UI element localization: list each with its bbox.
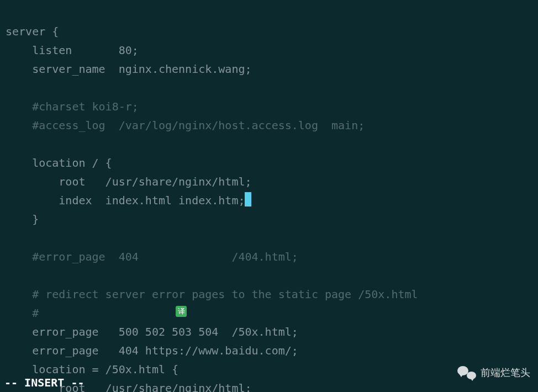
code-editor[interactable]: server { listen 80; server_name nginx.ch…: [0, 0, 538, 392]
code-line: server_name nginx.chennick.wang;: [6, 62, 252, 76]
code-line: root /usr/share/nginx/html;: [6, 175, 252, 188]
watermark-text: 前端烂笔头: [481, 363, 530, 382]
vim-mode-status: -- INSERT --: [4, 373, 85, 392]
code-line: error_page 500 502 503 504 /50x.html;: [6, 325, 298, 338]
code-comment: # redirect server error pages to the sta…: [6, 288, 418, 301]
code-line: location / {: [6, 156, 112, 169]
code-line: listen 80;: [6, 44, 139, 57]
code-line: }: [6, 213, 39, 226]
code-line: server {: [6, 25, 59, 38]
translate-badge[interactable]: 译: [176, 306, 187, 317]
code-comment: #charset koi8-r;: [6, 100, 139, 113]
code-line: index index.html index.htm;: [6, 194, 251, 207]
code-comment: #access_log /var/log/nginx/host.access.l…: [6, 119, 365, 132]
code-comment: #: [6, 306, 39, 320]
wechat-icon: [457, 365, 476, 380]
code-comment: #error_page 404 /404.html;: [6, 250, 298, 263]
text-cursor: [245, 192, 251, 206]
watermark: 前端烂笔头: [457, 363, 530, 382]
code-line: error_page 404 https://www.baidu.com/;: [6, 344, 298, 357]
